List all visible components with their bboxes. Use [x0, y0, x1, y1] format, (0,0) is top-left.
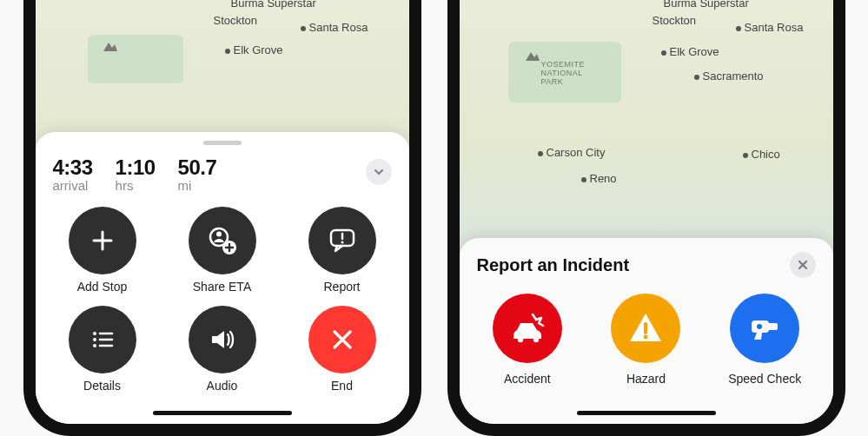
car-crash-icon: [493, 294, 562, 363]
action-label: Add Stop: [77, 280, 128, 294]
map-label: Santa Rosa: [736, 21, 804, 34]
audio-button[interactable]: Audio: [176, 306, 268, 393]
speed-gun-icon: [730, 294, 799, 363]
actions-grid: Add StopShare ETAReportDetailsAudioEnd: [51, 207, 394, 393]
plus-icon: [69, 207, 136, 274]
map-label: Stockton: [214, 14, 258, 27]
map-label: Santa Rosa: [301, 21, 368, 34]
mountain-icon: [524, 49, 541, 63]
share-eta-icon: [189, 207, 256, 274]
hazard-button[interactable]: Hazard: [595, 294, 697, 386]
warning-icon: [611, 294, 680, 363]
map-label: Sacramento: [694, 69, 764, 83]
add-stop-button[interactable]: Add Stop: [56, 207, 149, 294]
speed-check-button[interactable]: Speed Check: [714, 294, 816, 386]
trip-stats: 4:33 arrival 1:10 hrs 50.7 mi: [51, 154, 394, 201]
svg-point-7: [93, 344, 96, 347]
incident-label: Speed Check: [728, 372, 801, 386]
action-label: End: [331, 379, 353, 393]
stat-distance: 50.7 mi: [178, 155, 217, 193]
home-indicator[interactable]: [577, 411, 716, 415]
map-label: Elk Grove: [225, 43, 283, 56]
list-icon: [69, 306, 136, 373]
end-button[interactable]: End: [296, 306, 388, 393]
svg-rect-12: [767, 323, 778, 330]
incident-label: Hazard: [626, 372, 666, 386]
report-incident-sheet: Report an Incident AccidentHazardSpeed C…: [460, 238, 833, 424]
svg-point-6: [93, 338, 96, 341]
map-label: Reno: [581, 172, 617, 185]
chevron-down-icon: [373, 166, 385, 178]
share-eta-button[interactable]: Share ETA: [176, 207, 268, 294]
home-indicator[interactable]: [153, 411, 292, 415]
navigation-sheet: 4:33 arrival 1:10 hrs 50.7 mi Add StopSh…: [36, 132, 409, 424]
phone-right: YOSEMITE NATIONAL PARK Burma SuperstarSt…: [447, 0, 845, 436]
close-button[interactable]: [790, 252, 816, 278]
svg-point-13: [757, 324, 762, 329]
map-label: Chico: [743, 148, 780, 161]
sheet-grabber[interactable]: [203, 141, 242, 145]
map-label: Elk Grove: [661, 45, 719, 58]
action-label: Share ETA: [193, 280, 251, 294]
mountain-icon: [102, 39, 119, 53]
report-icon: [308, 207, 376, 274]
map-label: Stockton: [653, 14, 697, 27]
svg-point-9: [533, 337, 539, 342]
map-label: Burma Superstar: [664, 0, 749, 10]
details-button[interactable]: Details: [56, 306, 149, 393]
collapse-button[interactable]: [366, 159, 392, 185]
speaker-icon: [189, 306, 256, 373]
map-label: Carson City: [538, 146, 606, 159]
svg-point-8: [518, 337, 523, 342]
action-label: Report: [323, 280, 360, 294]
action-label: Audio: [207, 379, 238, 393]
stat-duration: 1:10 hrs: [116, 155, 156, 193]
accident-button[interactable]: Accident: [477, 294, 579, 386]
x-icon: [308, 306, 376, 373]
action-label: Details: [83, 379, 121, 393]
svg-point-5: [93, 332, 96, 335]
sheet-title: Report an Incident: [477, 255, 630, 275]
report-button[interactable]: Report: [296, 207, 388, 294]
svg-point-1: [216, 232, 222, 237]
stat-arrival: 4:33 arrival: [53, 155, 93, 193]
park-label: YOSEMITE NATIONAL PARK: [541, 61, 586, 87]
close-icon: [798, 260, 808, 270]
phone-left: Burma SuperstarStocktonSanta RosaElk Gro…: [23, 0, 421, 436]
incident-options: AccidentHazardSpeed Check: [477, 294, 816, 386]
incident-label: Accident: [504, 372, 551, 386]
svg-point-4: [341, 241, 343, 243]
map-label: Burma Superstar: [231, 0, 316, 10]
svg-point-10: [644, 335, 648, 340]
